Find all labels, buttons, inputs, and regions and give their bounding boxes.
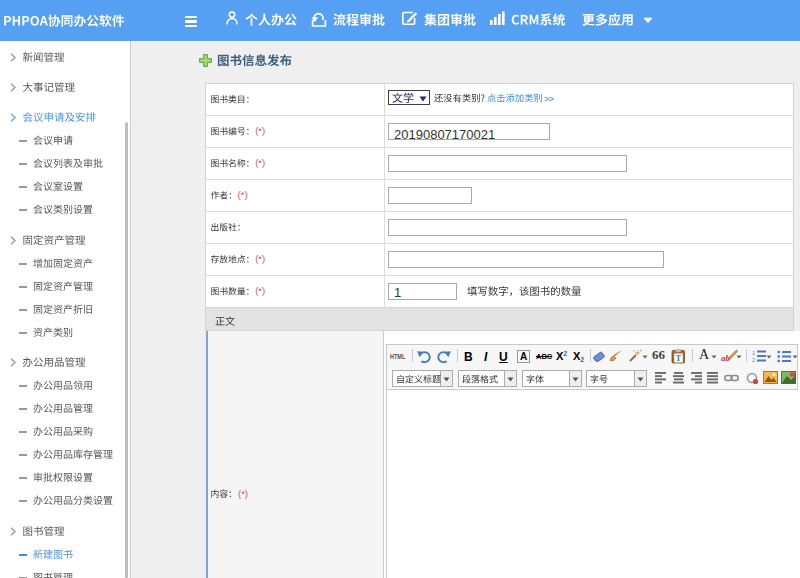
svg-text:1: 1	[752, 350, 755, 356]
svg-text:2: 2	[752, 357, 755, 363]
svg-text:T: T	[676, 353, 682, 363]
